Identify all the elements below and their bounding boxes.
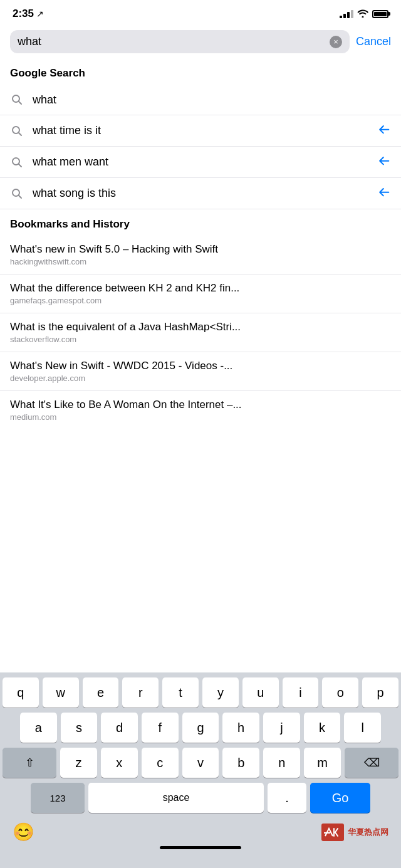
delete-key[interactable]: ⌫ [345,748,398,778]
key-n[interactable]: n [263,748,300,778]
status-bar: 2:35 ↗ [0,0,401,25]
battery-icon [372,10,388,18]
history-item[interactable]: What is the equivalent of a Java HashMap… [0,313,401,352]
key-s[interactable]: s [61,713,98,743]
keyboard-row-3: ⇧ z x c v b n m ⌫ [3,748,398,778]
history-title: What's New in Swift - WWDC 2015 - Videos… [10,360,391,372]
search-icon [10,187,24,201]
key-w[interactable]: w [43,677,79,708]
search-icon [10,124,24,138]
key-k[interactable]: k [304,713,341,743]
svg-line-3 [19,132,22,135]
history-header: Bookmarks and History [0,209,401,236]
key-i[interactable]: i [283,677,319,708]
key-p[interactable]: p [362,677,398,708]
keyboard-bottom: 😊 华夏热点网 [3,818,398,842]
key-o[interactable]: o [322,677,358,708]
key-d[interactable]: d [101,713,138,743]
key-h[interactable]: h [222,713,259,743]
signal-icon [340,9,353,18]
keyboard-row-4: 123 space . Go [3,783,398,813]
history-url: medium.com [10,412,391,422]
key-u[interactable]: u [242,677,279,708]
key-v[interactable]: v [182,748,219,778]
suggestion-text: what time is it [33,124,380,137]
search-input[interactable] [18,35,325,48]
clear-button[interactable]: × [330,36,342,48]
history-url: hackingwithswift.com [10,257,391,266]
keyboard-row-1: q w e r t y u i o p [3,677,398,708]
history-item[interactable]: What's new in Swift 5.0 – Hacking with S… [0,236,401,275]
wifi-icon [357,9,368,19]
suggestion-row[interactable]: what men want [0,147,401,178]
suggestion-text: what [33,93,391,107]
home-indicator [160,846,241,849]
key-r[interactable]: r [122,677,159,708]
history-title: What is the equivalent of a Java HashMap… [10,321,391,333]
suggestion-row[interactable]: what song is this [0,178,401,209]
key-g[interactable]: g [182,713,219,743]
history-url: developer.apple.com [10,374,391,383]
search-icon [10,155,24,169]
history-title: What It's Like to Be A Woman On the Inte… [10,399,391,411]
watermark: 华夏热点网 [321,824,388,841]
history-section: Bookmarks and History What's new in Swif… [0,209,401,429]
keyboard-row-2: a s d f g h j k l [3,713,398,743]
suggestion-row[interactable]: what time is it [0,115,401,147]
search-input-wrapper[interactable]: × [10,30,350,53]
history-item[interactable]: What It's Like to Be A Woman On the Inte… [0,391,401,429]
suggestion-row[interactable]: what [0,85,401,115]
search-icon [10,93,24,107]
svg-line-1 [19,102,22,105]
keyboard: q w e r t y u i o p a s d f g h j k l ⇧ … [0,672,401,868]
google-search-header: Google Search [0,58,401,85]
key-z[interactable]: z [60,748,97,778]
numbers-key[interactable]: 123 [31,783,85,813]
history-item[interactable]: What's New in Swift - WWDC 2015 - Videos… [0,352,401,391]
key-y[interactable]: y [202,677,239,708]
key-c[interactable]: c [142,748,179,778]
history-url: stackoverflow.com [10,335,391,344]
history-item[interactable]: What the difference between KH 2 and KH2… [0,275,401,313]
shift-key[interactable]: ⇧ [3,748,56,778]
key-t[interactable]: t [162,677,199,708]
key-e[interactable]: e [83,677,119,708]
watermark-text: 华夏热点网 [348,827,388,838]
location-icon: ↗ [36,9,44,19]
key-f[interactable]: f [142,713,179,743]
suggestion-text: what men want [33,155,380,169]
period-key[interactable]: . [268,783,306,813]
status-time: 2:35 [13,8,34,20]
key-j[interactable]: j [263,713,300,743]
cancel-button[interactable]: Cancel [356,35,391,48]
status-icons [340,9,388,19]
emoji-button[interactable]: 😊 [13,822,34,842]
space-key[interactable]: space [88,783,264,813]
svg-line-7 [19,195,22,198]
history-url: gamefaqs.gamespot.com [10,296,391,305]
key-x[interactable]: x [101,748,138,778]
key-q[interactable]: q [3,677,39,708]
google-search-section: Google Search what what time is it [0,58,401,209]
svg-line-5 [19,164,22,167]
go-key[interactable]: Go [310,783,370,813]
key-a[interactable]: a [20,713,57,743]
suggestion-text: what song is this [33,187,380,200]
history-title: What the difference between KH 2 and KH2… [10,282,391,295]
key-b[interactable]: b [222,748,259,778]
key-l[interactable]: l [344,713,381,743]
search-bar: × Cancel [0,25,401,58]
history-title: What's new in Swift 5.0 – Hacking with S… [10,243,391,256]
key-m[interactable]: m [304,748,341,778]
